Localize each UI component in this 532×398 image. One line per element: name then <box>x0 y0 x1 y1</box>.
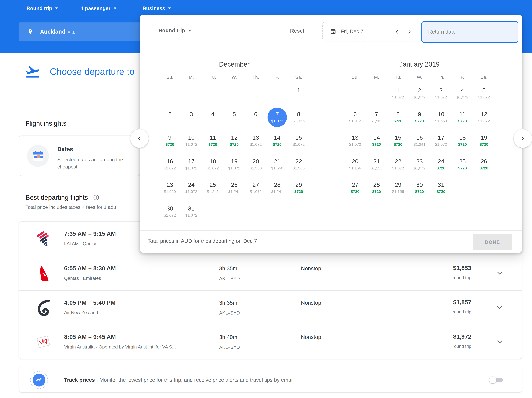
calendar-day[interactable]: 12$720 <box>223 131 245 154</box>
calendar-day[interactable]: 10$1,072 <box>181 131 202 154</box>
calendar-prev-month-button[interactable] <box>130 129 149 148</box>
calendar-day[interactable]: 19$720 <box>473 131 495 154</box>
flight-result-row[interactable]: 8:05 AM – 9:45 AMVirgin Australia · Oper… <box>19 325 522 359</box>
calendar-day[interactable]: 22$1,560 <box>288 154 309 178</box>
calendar-day[interactable]: 4$1,072 <box>452 84 473 107</box>
calendar-day[interactable]: 8$1,156 <box>288 107 309 131</box>
calendar-day[interactable]: 9$720 <box>159 131 181 154</box>
done-button[interactable]: DONE <box>473 234 512 250</box>
calendar-day[interactable]: 31$720 <box>430 178 452 202</box>
calendar-day[interactable]: 15$1,072 <box>288 131 309 154</box>
calendar-day[interactable]: 27$1,072 <box>245 178 266 202</box>
day-price: $1,072 <box>349 142 361 147</box>
day-number: 24 <box>188 181 195 189</box>
calendar-day[interactable]: 6$1,072 <box>344 107 366 131</box>
calendar-day[interactable]: 19$1,072 <box>223 154 245 178</box>
calendar-day[interactable]: 25$720 <box>452 154 473 178</box>
calendar-day[interactable]: 2$1,072 <box>409 84 430 107</box>
calendar-day[interactable]: 27$720 <box>344 178 366 202</box>
calendar-day[interactable]: 29$1,156 <box>387 178 409 202</box>
day-price: $1,072 <box>207 166 219 171</box>
day-number: 10 <box>188 134 195 141</box>
day-number: 8 <box>396 110 400 118</box>
calendar-day[interactable]: 14$720 <box>266 131 288 154</box>
calendar-day[interactable]: 26$1,241 <box>223 178 245 202</box>
month-title: December <box>159 60 310 68</box>
calendar-day[interactable]: 3 <box>181 107 202 131</box>
calendar-day[interactable]: 23$1,072 <box>409 154 430 178</box>
calendar-day-selected[interactable]: 7$1,072 <box>266 107 288 131</box>
calendar-day[interactable]: 13$1,072 <box>245 131 266 154</box>
calendar-day[interactable]: 12$1,072 <box>473 107 495 131</box>
calendar-day[interactable]: 2 <box>159 107 181 131</box>
flight-times: 4:05 PM – 5:40 PM <box>64 299 116 306</box>
calendar-day[interactable]: 21$1,156 <box>366 154 387 178</box>
calendar-week-row: 30$1,07231$1,072 <box>159 202 310 225</box>
flight-result-row[interactable]: 6:55 AM – 8:30 AMQantas · Emirates3h 35m… <box>19 256 522 290</box>
calendar-day[interactable]: 5$1,072 <box>473 84 495 107</box>
calendar-day[interactable]: 21$1,560 <box>266 154 288 178</box>
day-number: 21 <box>274 157 280 165</box>
shift-dates-forward-button[interactable] <box>405 27 414 36</box>
calendar-day[interactable]: 3$1,072 <box>430 84 452 107</box>
day-price: $720 <box>165 142 174 147</box>
calendar-day[interactable]: 11$720 <box>452 107 473 131</box>
trip-type-dropdown[interactable]: Round trip <box>26 5 58 11</box>
calendar-day[interactable]: 23$1,560 <box>159 178 181 202</box>
calendar-day[interactable]: 18$1,072 <box>202 154 224 178</box>
expand-flight-button[interactable] <box>496 269 504 279</box>
calendar-day[interactable]: 17$1,072 <box>181 154 202 178</box>
calendar-day[interactable]: 6 <box>245 107 266 131</box>
calendar-day[interactable]: 31$1,072 <box>181 202 202 225</box>
weekday-label: Th. <box>430 75 452 80</box>
track-prices-toggle[interactable] <box>491 378 503 382</box>
calendar-day[interactable]: 13$1,072 <box>344 131 366 154</box>
calendar-day[interactable]: 26$720 <box>473 154 495 178</box>
calendar-day[interactable]: 29$720 <box>288 178 309 202</box>
return-date-field[interactable]: Return date <box>421 21 519 43</box>
flight-price-note: round trip <box>453 309 471 314</box>
calendar-day[interactable]: 28$1,241 <box>266 178 288 202</box>
weekday-label: Su. <box>159 75 181 80</box>
calendar-day[interactable]: 24$1,072 <box>181 178 202 202</box>
calendar-day[interactable]: 14$720 <box>366 131 387 154</box>
calendar-day[interactable]: 28$720 <box>366 178 387 202</box>
calendar-day[interactable]: 22$1,072 <box>387 154 409 178</box>
calendar-day[interactable]: 30$720 <box>409 178 430 202</box>
calendar-day[interactable]: 9$720 <box>409 107 430 131</box>
flight-times: 6:55 AM – 8:30 AM <box>64 265 116 272</box>
calendar-day[interactable]: 17$1,072 <box>430 131 452 154</box>
day-number: 23 <box>416 157 423 165</box>
passenger-dropdown[interactable]: 1 passenger <box>81 5 116 11</box>
calendar-day[interactable]: 1 <box>288 84 309 107</box>
datepicker-trip-type-dropdown[interactable]: Round trip <box>158 27 191 33</box>
reset-button[interactable]: Reset <box>290 28 304 34</box>
calendar-day[interactable]: 4 <box>202 107 224 131</box>
calendar-day[interactable]: 11$720 <box>202 131 224 154</box>
flight-result-row[interactable]: 4:05 PM – 5:40 PMAir New Zealand3h 35mAK… <box>19 290 522 325</box>
calendar-day[interactable]: 20$1,156 <box>344 154 366 178</box>
calendar-day[interactable]: 18$720 <box>452 131 473 154</box>
calendar-next-month-button[interactable] <box>514 129 532 148</box>
expand-flight-button[interactable] <box>496 338 504 347</box>
calendar-day[interactable]: 25$1,241 <box>202 178 224 202</box>
calendar-day[interactable]: 24$720 <box>430 154 452 178</box>
info-icon[interactable] <box>93 194 99 202</box>
cabin-class-dropdown[interactable]: Business <box>143 5 171 11</box>
origin-field[interactable]: Auckland AKL <box>19 22 143 41</box>
dates-insight-card[interactable]: Dates Selected dates are among the cheap… <box>19 136 140 176</box>
calendar-day[interactable]: 5 <box>223 107 245 131</box>
calendar-day[interactable]: 16$1,241 <box>409 131 430 154</box>
calendar-week-row: 9$72010$1,07211$72012$72013$1,07214$7201… <box>159 131 310 154</box>
calendar-day[interactable]: 8$720 <box>387 107 409 131</box>
calendar-day[interactable]: 16$1,072 <box>159 154 181 178</box>
calendar-day[interactable]: 30$1,072 <box>159 202 181 225</box>
calendar-day[interactable]: 10$1,560 <box>430 107 452 131</box>
calendar-day[interactable]: 15$720 <box>387 131 409 154</box>
calendar-day[interactable]: 20$1,560 <box>245 154 266 178</box>
day-number: 27 <box>253 181 259 189</box>
shift-dates-back-button[interactable] <box>393 27 401 36</box>
calendar-day[interactable]: 7$1,560 <box>366 107 387 131</box>
calendar-day[interactable]: 1$1,072 <box>387 84 409 107</box>
expand-flight-button[interactable] <box>496 303 504 313</box>
